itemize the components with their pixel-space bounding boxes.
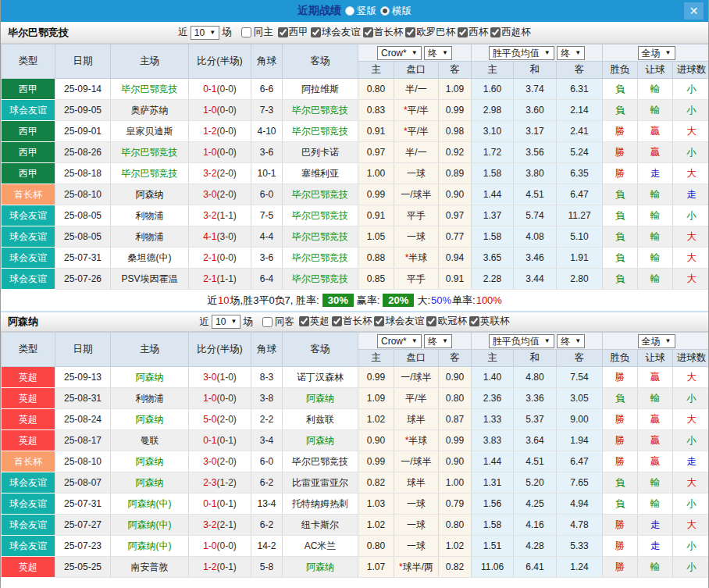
europe-time-select[interactable]: 终▼ <box>557 334 585 348</box>
handicap-line: 一球 <box>394 494 439 515</box>
match-score: 1-0(0-0) <box>189 142 251 163</box>
league-filter[interactable]: 英超 <box>297 315 330 328</box>
fulltime-select[interactable]: 全场▼ <box>638 334 675 348</box>
away-team: 毕尔巴鄂竞技 <box>283 451 358 472</box>
away-team: 阿森纳 <box>283 557 358 578</box>
europe-home-odds: 1.44 <box>472 184 514 205</box>
close-button[interactable]: ✕ <box>684 2 704 20</box>
summary-text: 近 <box>207 294 217 308</box>
handicap-home-odds: 0.80 <box>358 79 394 100</box>
handicap-line: 平/半 <box>394 388 439 409</box>
same-away-checkbox[interactable] <box>262 317 273 327</box>
halftime-score: (2-0) <box>217 414 237 425</box>
handicap-away-odds: 0.97 <box>439 205 472 226</box>
odds-company-select[interactable]: Crow*▼ <box>377 46 422 60</box>
result-winlose: 負 <box>603 248 638 269</box>
layout-horizontal-radio[interactable]: 横版 <box>380 5 412 18</box>
match-row: 西甲25-09-01皇家贝迪斯1-2(0-0)4-10毕尔巴鄂竞技0.91*平/… <box>2 121 709 142</box>
match-score: 3-0(2-0) <box>189 451 251 472</box>
home-team: 阿森纳(中) <box>111 494 189 515</box>
league-filter[interactable]: 西甲 <box>276 26 308 39</box>
same-away-filter[interactable]: 同客 <box>260 315 294 329</box>
league-label: 欧罗巴杯 <box>416 26 455 39</box>
league-filter[interactable]: 西超杯 <box>488 26 531 39</box>
odds-company-select[interactable]: Crow*▼ <box>377 334 422 348</box>
sub-header-eu-home: 主 <box>472 350 514 367</box>
sub-header-eu-draw: 和 <box>514 350 557 367</box>
halftime-score: (0-0) <box>217 252 237 263</box>
result-goals: 走 <box>673 451 709 472</box>
handicap-line: *球半/两 <box>394 557 439 578</box>
league-checkbox[interactable] <box>278 27 288 37</box>
same-home-filter[interactable]: 同主 <box>239 26 273 39</box>
star-mark: * <box>405 252 409 263</box>
result-winlose: 勝 <box>603 367 638 388</box>
match-row: 英超25-08-24阿森纳5-0(2-0)2-2利兹联1.02球半0.871.3… <box>2 409 709 430</box>
handicap-away-odds: 0.82 <box>439 557 472 578</box>
europe-odds-select[interactable]: 胜平负均值▼ <box>489 334 554 348</box>
league-filter[interactable]: 欧冠杯 <box>424 315 467 328</box>
league-filter[interactable]: 西杯 <box>455 26 488 39</box>
handicap-away-odds: 0.80 <box>439 388 472 409</box>
summary-text: 赢率: <box>357 294 380 308</box>
league-filter[interactable]: 球会友谊 <box>372 315 424 328</box>
league-checkbox[interactable] <box>458 27 468 37</box>
league-checkbox[interactable] <box>374 316 384 326</box>
odds-group-header: Crow*▼ 终▼ <box>358 333 472 350</box>
league-checkbox[interactable] <box>311 27 321 37</box>
europe-odds-select[interactable]: 胜平负均值▼ <box>489 46 554 60</box>
league-checkbox[interactable] <box>332 316 342 326</box>
league-checkbox[interactable] <box>405 27 415 37</box>
fulltime-score: 5-0 <box>203 414 216 425</box>
league-filter[interactable]: 球会友谊 <box>308 26 361 39</box>
odds-time-select[interactable]: 终▼ <box>424 334 452 348</box>
fulltime-select[interactable]: 全场▼ <box>638 46 675 60</box>
match-type: 球会友谊 <box>2 226 55 248</box>
league-filter[interactable]: 欧罗巴杯 <box>403 26 455 39</box>
halftime-score: (1-1) <box>217 210 237 221</box>
matches-table-arsenal: 类型 日期 主场 比分(半场) 角球 客场 Crow*▼ 终▼ 胜平负均值▼ 终… <box>1 332 709 578</box>
match-count-select[interactable]: 10▼ <box>212 315 240 329</box>
result-winlose: 勝 <box>603 121 638 142</box>
handicap-home-odds: 0.85 <box>358 269 394 290</box>
league-filter[interactable]: 首长杯 <box>361 26 404 39</box>
same-home-label: 同主 <box>254 26 273 39</box>
corner-score: 2-2 <box>251 409 283 430</box>
league-checkbox[interactable] <box>469 316 479 326</box>
europe-time-select[interactable]: 终▼ <box>557 46 585 60</box>
fulltime-score: 2-1 <box>203 273 216 284</box>
handicap-home-odds: 0.80 <box>358 536 394 557</box>
radio-selected-icon[interactable] <box>380 6 390 16</box>
corner-score: 6-0 <box>251 184 283 205</box>
same-home-checkbox[interactable] <box>241 27 251 37</box>
handicap-home-odds: 0.90 <box>358 430 394 451</box>
league-filter[interactable]: 英联杯 <box>467 315 510 328</box>
corner-score: 3-6 <box>251 248 283 269</box>
handicap-away-odds: 1.00 <box>439 472 472 494</box>
odds-time-select[interactable]: 终▼ <box>424 46 452 60</box>
europe-home-odds: 1.58 <box>472 226 514 248</box>
league-checkbox[interactable] <box>299 316 309 326</box>
radio-unselected-icon[interactable] <box>345 6 354 16</box>
away-team: 诺丁汉森林 <box>283 367 358 388</box>
europe-away-odds: 2.14 <box>557 100 603 121</box>
league-checkbox[interactable] <box>490 27 501 37</box>
result-winlose: 勝 <box>603 142 638 163</box>
match-type: 球会友谊 <box>2 515 55 536</box>
handicap-line: 一/球半 <box>394 451 439 472</box>
layout-vertical-radio[interactable]: 竖版 <box>345 5 376 18</box>
match-row: 球会友谊25-07-26PSV埃因霍温2-1(1-1)6-4毕尔巴鄂竞技0.85… <box>2 269 709 290</box>
match-date: 25-09-14 <box>55 79 111 100</box>
match-count-select[interactable]: 10▼ <box>191 26 219 40</box>
league-filter[interactable]: 首长杯 <box>330 315 372 328</box>
europe-away-odds: 6.47 <box>557 451 603 472</box>
result-handicap: 輸 <box>638 226 673 248</box>
league-checkbox[interactable] <box>363 27 373 37</box>
home-team: 南安普敦 <box>111 557 189 578</box>
match-type: 首长杯 <box>2 184 55 205</box>
league-label: 球会友谊 <box>385 315 424 328</box>
rate-badge: 30% <box>322 294 354 307</box>
europe-away-odds: 1.91 <box>557 248 603 269</box>
result-winlose: 勝 <box>603 515 638 536</box>
league-checkbox[interactable] <box>426 316 436 326</box>
